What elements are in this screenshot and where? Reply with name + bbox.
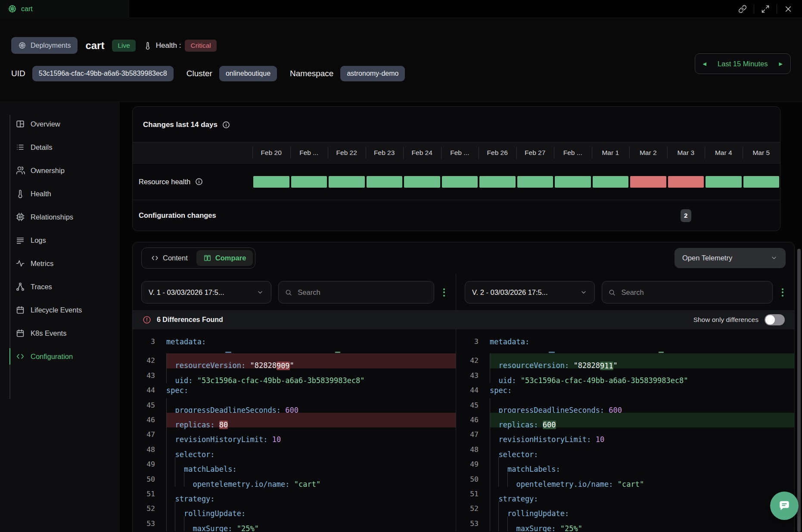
line-content: uid: "53c1596a-cfac-49bb-a6a6-3b5839983e…: [490, 368, 794, 383]
sidebar-item-metrics[interactable]: Metrics: [0, 252, 120, 275]
health-segment-ok: [705, 164, 743, 200]
health-bar[interactable]: [743, 176, 780, 188]
health-bar[interactable]: [479, 176, 516, 188]
sidebar-item-label: Configuration: [31, 353, 73, 361]
line-content: strategy:: [490, 487, 794, 501]
left-search-input[interactable]: [297, 288, 428, 297]
open-telemetry-dropdown[interactable]: Open Telemetry: [675, 248, 786, 268]
namespace-label: Namespace: [290, 69, 333, 78]
diff-line-3: 3metadata:: [456, 334, 794, 349]
timeline-date: Mar 3: [667, 142, 705, 163]
namespace-value-badge[interactable]: astronomy-demo: [340, 66, 405, 81]
line-content: resourceVersion: "82828911": [490, 353, 794, 368]
config-change-cell: [252, 200, 290, 231]
time-range-selector[interactable]: ◀ Last 15 Minutes ▶: [695, 53, 791, 74]
timeline-date: Feb 23: [366, 142, 404, 163]
window-controls: [738, 4, 802, 14]
line-content: progressDeadlineSeconds: 600: [490, 398, 794, 413]
sidebar-item-logs[interactable]: Logs: [0, 229, 120, 252]
details-icon: [16, 142, 25, 152]
health-bar[interactable]: [555, 176, 591, 188]
timeline-date: Feb ...: [554, 142, 592, 163]
kubernetes-wheel-icon: [8, 4, 17, 13]
diff-line-46-add: 46replicas: 600: [456, 413, 794, 427]
right-kebab-menu[interactable]: [780, 288, 786, 297]
diff-line-44: 44spec:: [133, 383, 456, 398]
divider: [777, 4, 777, 14]
line-content: matchLabels:: [490, 457, 794, 472]
health-bar[interactable]: [668, 176, 704, 188]
line-content: selector:: [166, 442, 456, 457]
health-segment-ok: [592, 164, 630, 200]
tab-cart[interactable]: cart: [0, 0, 129, 18]
next-arrow-icon[interactable]: ▶: [779, 61, 783, 67]
health-bar[interactable]: [706, 176, 742, 188]
health-status: Health : Critical: [143, 40, 217, 52]
sidebar-item-ownership[interactable]: Ownership: [0, 159, 120, 182]
thermometer-icon: [143, 41, 152, 50]
health-segment-ok: [441, 164, 479, 200]
diff-line-42-del: 42resourceVersion: "82828909": [133, 353, 456, 368]
health-bar[interactable]: [404, 176, 440, 188]
health-bar[interactable]: [442, 176, 478, 188]
differences-bar: 6 Differences Found Show only difference…: [133, 310, 794, 329]
config-changes-count-badge[interactable]: 2: [681, 209, 691, 222]
divider: [754, 4, 754, 14]
info-icon[interactable]: [195, 177, 203, 186]
left-version-dropdown[interactable]: V. 1 - 03/03/2026 17:5...: [141, 281, 271, 303]
sidebar-item-overview[interactable]: Overview: [0, 112, 120, 136]
uid-value-badge[interactable]: 53c1596a-cfac-49bb-a6a6-3b5839983ec8: [32, 66, 174, 81]
sidebar-item-relationships[interactable]: Relationships: [0, 205, 120, 229]
diff-line-52: 52rollingUpdate:: [456, 501, 794, 516]
health-segment-ok: [403, 164, 441, 200]
users-icon: [16, 166, 25, 175]
content-compare-segmented-control: Content Compare: [141, 247, 255, 269]
scrollbar[interactable]: [797, 249, 801, 532]
sidebar-item-label: Overview: [31, 120, 60, 128]
show-only-differences-toggle[interactable]: [765, 314, 785, 325]
deployments-button[interactable]: Deployments: [11, 37, 78, 54]
health-bar[interactable]: [329, 176, 365, 188]
copy-link-icon[interactable]: [738, 5, 747, 13]
right-search-input[interactable]: [621, 288, 766, 297]
sidebar-item-details[interactable]: Details: [0, 136, 120, 159]
diff-line-45: 45progressDeadlineSeconds: 600: [456, 398, 794, 413]
health-segment-ok: [366, 164, 404, 200]
content-tab[interactable]: Content: [144, 250, 195, 266]
sidebar-item-health[interactable]: Health: [0, 182, 120, 205]
left-kebab-menu[interactable]: [441, 288, 447, 297]
health-bar[interactable]: [253, 176, 289, 188]
line-content: rollingUpdate:: [166, 501, 456, 516]
line-content: matchLabels:: [166, 457, 456, 472]
sidebar-item-lifecycle-events[interactable]: Lifecycle Events: [0, 298, 120, 322]
compare-tab[interactable]: Compare: [196, 250, 253, 266]
health-bar[interactable]: [517, 176, 553, 188]
info-icon[interactable]: [222, 121, 230, 129]
close-icon[interactable]: [784, 5, 793, 13]
prev-arrow-icon[interactable]: ◀: [703, 61, 706, 67]
line-number: 52: [456, 501, 479, 516]
health-bar[interactable]: [367, 176, 403, 188]
sidebar-item-traces[interactable]: Traces: [0, 275, 120, 298]
diff-line-43: 43uid: "53c1596a-cfac-49bb-a6a6-3b583998…: [133, 368, 456, 383]
line-number: 50: [456, 472, 479, 487]
line-content: replicas: 80: [166, 413, 456, 427]
sidebar-item-configuration[interactable]: Configuration: [0, 345, 120, 368]
diff-line-47: 47revisionHistoryLimit: 10: [456, 427, 794, 442]
line-number: 48: [133, 442, 155, 457]
chat-widget-button[interactable]: [770, 492, 799, 520]
line-content: metadata:: [490, 334, 794, 349]
sidebar-item-k8s-events[interactable]: K8s Events: [0, 322, 120, 345]
diff-line-44: 44spec:: [456, 383, 794, 398]
code-icon: [16, 352, 25, 361]
chevron-down-icon: [580, 288, 588, 296]
health-bar[interactable]: [630, 176, 666, 188]
timeline-date: Mar 4: [705, 142, 743, 163]
health-bar[interactable]: [593, 176, 629, 188]
cluster-value-badge[interactable]: onlineboutique: [219, 66, 277, 81]
health-bar[interactable]: [291, 176, 327, 188]
line-content: opentelemetry.io/name: "cart": [490, 472, 794, 487]
expand-icon[interactable]: [761, 5, 770, 13]
right-version-dropdown[interactable]: V. 2 - 03/03/2026 17:5...: [465, 281, 595, 303]
config-change-cell: [743, 200, 780, 231]
